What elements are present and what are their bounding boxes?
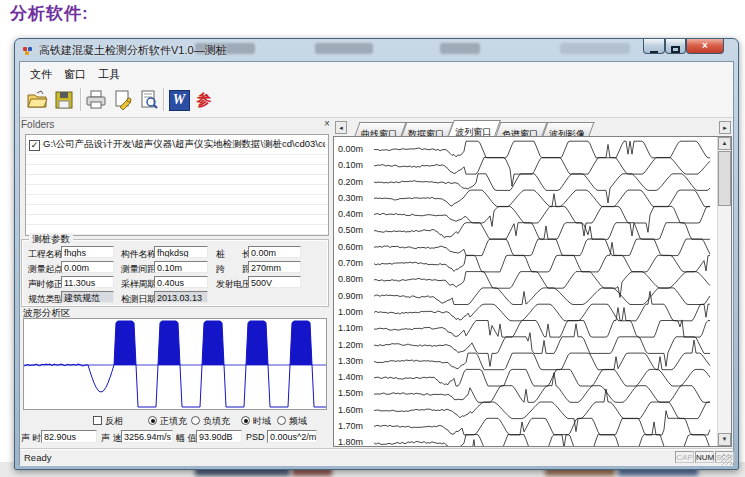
window-title: 高铁建混凝土检测分析软件V1.0—测桩 xyxy=(39,43,227,58)
scroll-down-icon[interactable]: ▼ xyxy=(718,433,731,446)
fill-negative-radio[interactable] xyxy=(191,416,200,425)
minimize-icon xyxy=(650,51,658,53)
right-panel-tabbar: ◄ 曲线窗口 数据窗口 波列窗口 色谱窗口 波列影像 ► xyxy=(333,118,732,136)
resize-grip[interactable] xyxy=(721,454,732,465)
fill-positive-radio[interactable] xyxy=(148,416,157,425)
freq-domain-radio[interactable] xyxy=(277,416,286,425)
save-button[interactable] xyxy=(52,88,76,112)
scrollbar-thumb[interactable] xyxy=(718,151,731,206)
time-domain-label: 时域 xyxy=(253,415,271,428)
checkbox-checked-icon[interactable]: ✓ xyxy=(29,140,40,151)
psd-value[interactable]: 0.00us^2/m xyxy=(267,430,317,443)
parameters-icon: 参 xyxy=(197,91,212,110)
status-bar: Ready CAP NUM SCRL xyxy=(20,449,733,466)
scroll-up-icon[interactable]: ▲ xyxy=(718,137,731,150)
folders-panel-title: Folders xyxy=(21,119,331,133)
freq-domain-label: 频域 xyxy=(289,415,307,428)
amplitude-label: 幅 值 xyxy=(176,432,197,445)
print-setup-icon xyxy=(112,89,134,111)
minimize-button[interactable] xyxy=(643,39,665,54)
glass-smudge xyxy=(440,43,480,54)
param-value[interactable]: 0.00m xyxy=(61,261,114,273)
sound-time-value[interactable]: 82.90us xyxy=(41,430,97,443)
menu-window[interactable]: 窗口 xyxy=(60,66,90,83)
param-label: 采样周期 xyxy=(121,278,156,291)
word-icon: W xyxy=(169,90,190,111)
waveform-plot xyxy=(23,318,327,410)
toolbar-separator xyxy=(80,88,82,111)
window-titlebar[interactable]: 高铁建混凝土检测分析软件V1.0—测桩 × xyxy=(15,39,738,61)
menu-bar: 文件 窗口 工具 xyxy=(20,62,733,84)
tab-scroll-right-icon[interactable]: ► xyxy=(719,121,731,134)
print-setup-button[interactable] xyxy=(111,88,135,112)
app-window: 高铁建混凝土检测分析软件V1.0—测桩 × 文件 窗口 工具 xyxy=(14,38,739,470)
param-label: 检测日期 xyxy=(121,293,156,306)
param-value[interactable]: 11.30us xyxy=(61,276,114,288)
param-value[interactable]: 0.10m xyxy=(154,261,208,273)
invert-checkbox[interactable] xyxy=(93,416,102,425)
print-button[interactable] xyxy=(84,88,108,112)
tab-data-window[interactable]: 数据窗口 xyxy=(401,122,453,136)
param-value[interactable]: 500V xyxy=(248,276,301,288)
save-icon xyxy=(54,90,74,110)
open-folder-icon xyxy=(26,89,48,111)
tab-wavetrain-image[interactable]: 波列影像 xyxy=(542,122,594,136)
tab-wavetrain-window[interactable]: 波列窗口 xyxy=(448,120,501,136)
param-label: 测量起点 xyxy=(28,263,63,276)
page-heading: 分析软件: xyxy=(10,2,89,25)
invert-label: 反相 xyxy=(105,415,123,428)
param-label: 构件名称 xyxy=(121,248,156,261)
status-ready-text: Ready xyxy=(24,452,51,463)
tab-curve-window[interactable]: 曲线窗口 xyxy=(354,122,406,136)
preview-icon xyxy=(139,90,159,110)
caps-indicator: CAP xyxy=(675,451,694,463)
sound-speed-label: 声 速 xyxy=(101,432,122,445)
param-value[interactable]: 270mm xyxy=(248,261,301,273)
app-icon xyxy=(23,45,35,55)
param-label: 工程名称 xyxy=(28,248,63,261)
param-value[interactable]: 0.00m xyxy=(248,246,301,258)
time-domain-radio[interactable] xyxy=(241,416,250,425)
open-file-button[interactable] xyxy=(25,88,49,112)
param-label: 发射电压 xyxy=(216,278,251,291)
sound-speed-value[interactable]: 3256.94m/s xyxy=(121,430,173,443)
wavetrain-traces xyxy=(334,137,716,446)
maximize-button[interactable] xyxy=(665,39,686,54)
param-value[interactable]: fhghs xyxy=(61,246,114,258)
param-value[interactable]: 建筑规范 xyxy=(61,291,114,303)
folder-tree-item[interactable]: ✓G:\公司产品设计开发\超声仪器\超声仪实地检测数据\测桩cd\cd03\cd… xyxy=(29,138,325,151)
folders-close-icon[interactable]: × xyxy=(321,118,333,130)
toolbar-separator xyxy=(163,88,165,111)
screenshot-root: 分析软件: 高铁建混凝土检测分析软件V1.0—测桩 × xyxy=(0,0,745,477)
menu-file[interactable]: 文件 xyxy=(26,66,56,83)
param-label: 规范类型 xyxy=(28,293,63,306)
param-value[interactable]: 0.40us xyxy=(154,276,208,288)
psd-label: PSD xyxy=(246,432,265,442)
glass-smudge xyxy=(560,43,630,54)
close-button[interactable]: × xyxy=(686,39,724,54)
glass-smudge xyxy=(315,43,373,54)
amplitude-value[interactable]: 93.90dB xyxy=(196,430,242,443)
tab-spectrum-window[interactable]: 色谱窗口 xyxy=(495,122,547,136)
tab-scroll-left-icon[interactable]: ◄ xyxy=(335,121,347,134)
fill-positive-label: 正填充 xyxy=(160,415,187,428)
vertical-scrollbar[interactable]: ▲ ▼ xyxy=(717,137,731,446)
param-label: 测量间距 xyxy=(121,263,156,276)
menu-tools[interactable]: 工具 xyxy=(94,66,124,83)
fill-negative-label: 负填充 xyxy=(203,415,230,428)
waveform-plot-svg xyxy=(24,319,326,409)
parameters-group-title: 测桩参数 xyxy=(29,233,73,246)
export-word-button[interactable]: W xyxy=(167,88,191,112)
param-value[interactable]: 2013.03.13 xyxy=(154,291,208,303)
param-label: 桩 长 xyxy=(216,248,251,261)
param-label: 声时修正 xyxy=(28,278,63,291)
parameters-button[interactable]: 参 xyxy=(192,88,216,112)
toolbar: W 参 xyxy=(20,83,733,118)
param-label: 跨 距 xyxy=(216,263,251,276)
printer-icon xyxy=(85,89,107,111)
sound-time-label: 声 时 xyxy=(21,432,42,445)
print-preview-button[interactable] xyxy=(137,88,161,112)
folder-path: G:\公司产品设计开发\超声仪器\超声仪实地检测数据\测桩cd\cd03\cd0… xyxy=(43,138,325,149)
maximize-icon xyxy=(671,46,680,53)
param-value[interactable]: fhgkdsg xyxy=(154,246,208,258)
